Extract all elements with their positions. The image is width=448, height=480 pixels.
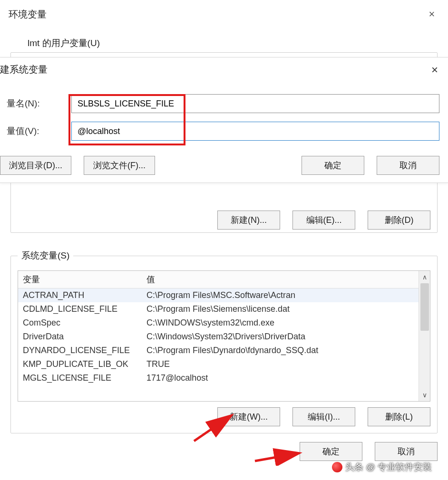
table-row[interactable]: ACTRAN_PATH C:\Program Files\MSC.Softwar… [18,288,430,303]
variable-value-input[interactable] [71,122,439,141]
table-row[interactable]: DriverData C:\Windows\System32\Drivers\D… [18,330,430,344]
new-system-variable-dialog: 建系统变量 × 量名(N): 量值(V): 浏览目录(D)... 浏览文件(F)… [0,57,448,183]
close-icon[interactable]: × [427,62,442,77]
new-var-button-row: 浏览目录(D)... 浏览文件(F)... 确定 取消 [0,154,448,179]
new-var-cancel-button[interactable]: 取消 [377,156,439,175]
col-header-value[interactable]: 值 [142,271,430,288]
cell-var: ComSpec [18,316,142,330]
browse-directory-button[interactable]: 浏览目录(D)... [0,156,71,175]
user-vars-section-label: lmt 的用户变量(U) [10,37,438,49]
system-delete-button[interactable]: 删除(L) [368,407,430,426]
table-row[interactable]: KMP_DUPLICATE_LIB_OK TRUE [18,357,430,371]
cell-var: CDLMD_LICENSE_FILE [18,302,142,316]
table-row[interactable]: MGLS_LICENSE_FILE 1717@localhost [18,371,430,385]
new-var-titlebar: 建系统变量 × [0,58,448,82]
cell-val: TRUE [142,357,430,371]
table-row[interactable]: DYNARDO_LICENSE_FILE C:\Program Files\Dy… [18,344,430,357]
system-new-button[interactable]: 新建(W)... [217,407,280,426]
scrollbar[interactable]: ∧ ∨ [419,271,430,401]
cell-val: C:\Program Files\MSC.Software\Actran [142,288,430,303]
cell-val: 1717@localhost [142,371,430,385]
env-title-text: 环境变量 [9,8,47,21]
table-row[interactable]: CDLMD_LICENSE_FILE C:\Program Files\Siem… [18,302,430,316]
cell-val: C:\Windows\System32\Drivers\DriverData [142,330,430,344]
browse-file-button[interactable]: 浏览文件(F)... [84,156,155,175]
col-header-variable[interactable]: 变量 [18,271,142,288]
system-vars-button-row: 新建(W)... 编辑(I)... 删除(L) [11,402,437,433]
user-delete-button[interactable]: 删除(D) [368,211,430,230]
env-dialog-bottom-row: 确定 取消 [0,433,448,461]
env-ok-button[interactable]: 确定 [300,442,362,461]
close-icon[interactable]: × [424,7,439,22]
cell-val: C:\Program Files\Dynardo\fdynardo_SSQ.da… [142,344,430,357]
scroll-down-icon[interactable]: ∨ [419,389,430,401]
table-header-row: 变量 值 [18,271,430,288]
scroll-up-icon[interactable]: ∧ [419,271,430,283]
new-var-ok-button[interactable]: 确定 [302,156,364,175]
cell-val: C:\WINDOWS\system32\cmd.exe [142,316,430,330]
table-row[interactable]: ComSpec C:\WINDOWS\system32\cmd.exe [18,316,430,330]
variable-name-label: 量名(N): [0,97,71,110]
cell-val: C:\Program Files\Siemens\license.dat [142,302,430,316]
scroll-thumb[interactable] [420,283,429,331]
system-vars-group: 系统变量(S) 变量 值 ACTRAN_PATH C:\Program File… [10,256,438,433]
system-edit-button[interactable]: 编辑(I)... [292,407,355,426]
cell-var: ACTRAN_PATH [18,288,142,303]
cell-var: MGLS_LICENSE_FILE [18,371,142,385]
user-edit-button[interactable]: 编辑(E)... [292,211,355,230]
cell-var: KMP_DUPLICATE_LIB_OK [18,357,142,371]
env-titlebar: 环境变量 × [0,0,448,26]
variable-value-label: 量值(V): [0,125,71,137]
system-vars-section-label: 系统变量(S) [18,250,73,262]
cell-var: DriverData [18,330,142,344]
cell-var: DYNARDO_LICENSE_FILE [18,344,142,357]
user-vars-button-row: 新建(N)... 编辑(E)... 删除(D) [11,205,437,236]
variable-name-input[interactable] [71,94,439,113]
new-var-title-text: 建系统变量 [0,60,48,79]
env-cancel-button[interactable]: 取消 [375,442,438,461]
system-vars-table[interactable]: 变量 值 ACTRAN_PATH C:\Program Files\MSC.So… [18,270,430,402]
user-new-button[interactable]: 新建(N)... [217,211,280,230]
